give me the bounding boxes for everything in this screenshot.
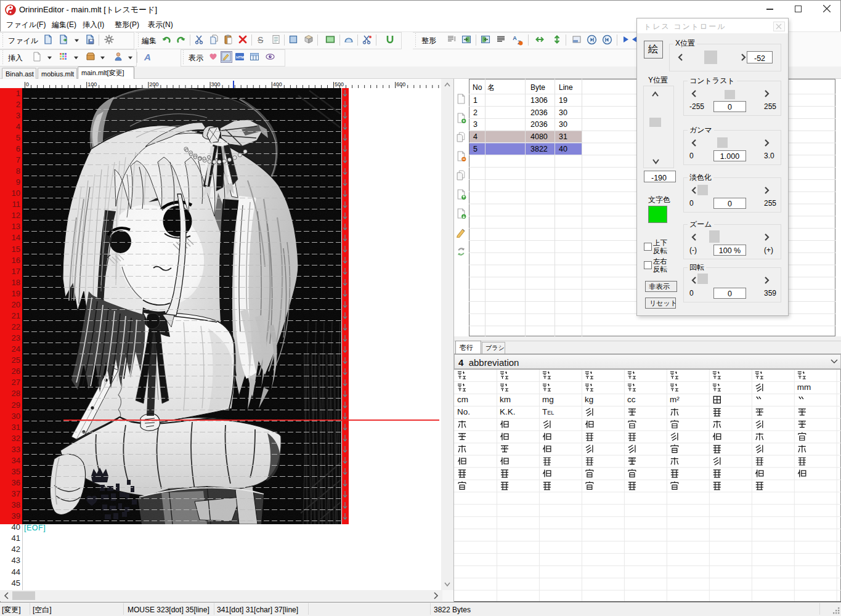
svg-text:500: 500: [335, 81, 344, 87]
svg-text:m²: m²: [670, 395, 680, 404]
svg-text:TEL: TEL: [542, 407, 554, 416]
svg-text:400: 400: [273, 81, 282, 87]
svg-text:cm: cm: [457, 395, 468, 404]
svg-text:200: 200: [149, 81, 158, 87]
svg-text:km: km: [500, 395, 511, 404]
svg-text:300: 300: [211, 81, 221, 87]
svg-text:mm: mm: [797, 383, 811, 392]
svg-text:mg: mg: [542, 395, 554, 404]
svg-text:K.K.: K.K.: [500, 407, 516, 416]
svg-text:600: 600: [396, 81, 405, 87]
svg-text:cc: cc: [627, 395, 636, 404]
svg-text:A: A: [144, 52, 151, 62]
svg-text:kg: kg: [585, 395, 593, 404]
svg-text:0: 0: [26, 81, 29, 87]
svg-text:A: A: [513, 35, 517, 41]
svg-text:100: 100: [87, 81, 97, 87]
svg-text:HTML: HTML: [236, 55, 245, 59]
svg-text:No.: No.: [457, 407, 470, 416]
